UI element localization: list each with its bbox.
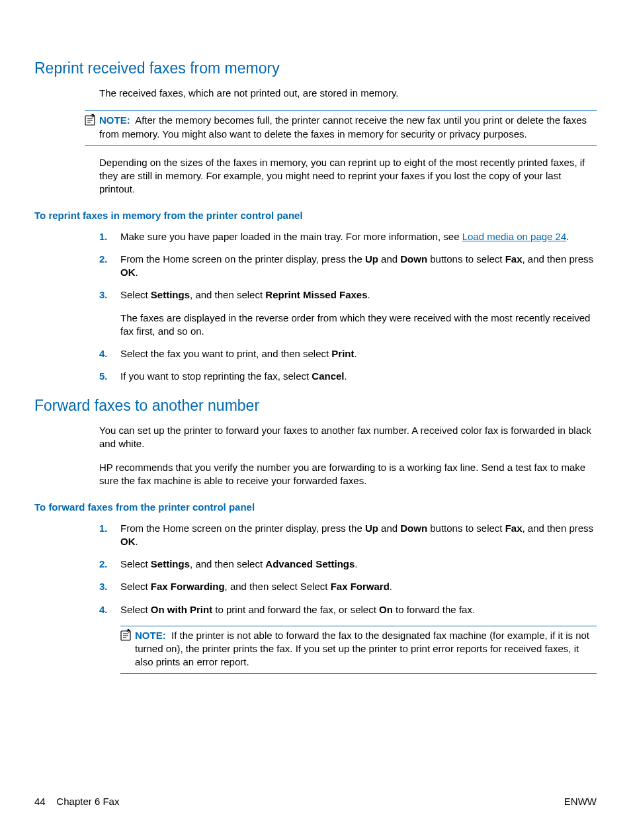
para-2: Depending on the sizes of the faxes in m… [34, 156, 597, 196]
note-text: After the memory becomes full, the print… [99, 114, 587, 139]
step-5: 5. If you want to stop reprinting the fa… [34, 370, 597, 383]
note-icon [120, 629, 132, 641]
subheading-reprint: To reprint faxes in memory from the prin… [34, 210, 597, 221]
note-label: NOTE: [135, 630, 166, 641]
step-number: 4. [99, 347, 108, 360]
chapter-label: Chapter 6 Fax [56, 796, 119, 807]
step-number: 3. [99, 580, 108, 593]
step-3: 3. Select Fax Forwarding, and then selec… [34, 580, 597, 593]
step-1: 1. From the Home screen on the printer d… [34, 522, 597, 549]
step-number: 2. [99, 253, 108, 266]
step-number: 3. [99, 288, 108, 302]
step-number: 4. [99, 603, 108, 616]
step-number: 2. [99, 558, 108, 571]
step-number: 1. [99, 522, 108, 535]
step-1: 1. Make sure you have paper loaded in th… [34, 230, 597, 243]
note-block-2: NOTE: If the printer is not able to forw… [120, 626, 597, 674]
note-block-1: NOTE: After the memory becomes full, the… [85, 110, 597, 146]
document-page: Reprint received faxes from memory The r… [0, 0, 631, 840]
step-3-sub: The faxes are displayed in the reverse o… [120, 312, 597, 339]
note-icon [85, 114, 97, 126]
page-footer: 44 Chapter 6 Fax ENWW [34, 796, 597, 807]
step-2: 2. Select Settings, and then select Adva… [34, 558, 597, 571]
page-number: 44 [34, 796, 46, 807]
steps-list-1: 1. Make sure you have paper loaded in th… [34, 230, 597, 384]
note-label: NOTE: [99, 114, 130, 126]
step-number: 1. [99, 230, 108, 243]
heading-reprint: Reprint received faxes from memory [34, 60, 597, 77]
step-3: 3. Select Settings, and then select Repr… [34, 288, 597, 338]
para-fwd-intro: You can set up the printer to forward yo… [34, 424, 597, 451]
link-load-media[interactable]: Load media on page 24 [462, 231, 567, 242]
step-2: 2. From the Home screen on the printer d… [34, 253, 597, 280]
step-number: 5. [99, 370, 108, 383]
heading-forward: Forward faxes to another number [34, 397, 597, 415]
para-fwd-2: HP recommends that you verify the number… [34, 461, 597, 488]
para-intro-1: The received faxes, which are not printe… [34, 87, 597, 100]
step-4: 4. Select On with Print to print and for… [34, 603, 597, 674]
note-text: If the printer is not able to forward th… [135, 630, 589, 668]
footer-right: ENWW [564, 796, 597, 807]
step-4: 4. Select the fax you want to print, and… [34, 347, 597, 360]
steps-list-2: 1. From the Home screen on the printer d… [34, 522, 597, 674]
subheading-forward: To forward faxes from the printer contro… [34, 501, 597, 513]
